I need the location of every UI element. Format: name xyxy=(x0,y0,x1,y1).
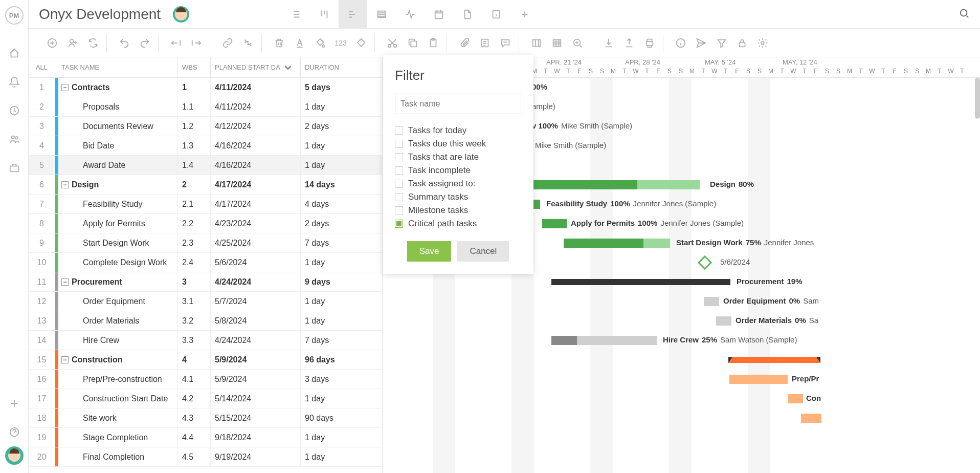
collapse-toggle[interactable]: − xyxy=(61,84,69,91)
task-row[interactable]: 12 Order Equipment 3.1 5/7/2024 1 day xyxy=(29,292,382,311)
undo-icon[interactable] xyxy=(117,36,131,50)
text-style-icon[interactable] xyxy=(293,36,307,50)
view-calendar-icon[interactable] xyxy=(425,0,453,29)
filter-option[interactable]: Tasks for today xyxy=(395,125,521,136)
task-row[interactable]: 13 Order Materials 3.2 5/8/2024 1 day xyxy=(29,311,382,331)
checkbox-icon[interactable] xyxy=(395,220,403,228)
grid-header-wbs[interactable]: WBS xyxy=(178,57,211,77)
task-row[interactable]: 11 −Procurement 3 4/24/2024 9 days xyxy=(29,272,382,292)
task-row[interactable]: 2 Proposals 1.1 4/11/2024 1 day xyxy=(29,97,382,117)
grid-header-name[interactable]: TASK NAME xyxy=(55,57,178,77)
filter-option[interactable]: Summary tasks xyxy=(395,192,521,202)
filter-option[interactable]: Task assigned to: xyxy=(395,179,521,189)
assign-icon[interactable] xyxy=(65,36,80,50)
grid-header-all[interactable]: ALL xyxy=(29,57,55,77)
task-row[interactable]: 16 Prep/Pre-construction 4.1 5/9/2024 3 … xyxy=(29,370,382,389)
task-row[interactable]: 1 −Contracts 1 4/11/2024 5 days xyxy=(29,78,382,97)
notes-icon[interactable] xyxy=(478,36,492,50)
help-icon[interactable] xyxy=(8,426,20,438)
briefcase-icon[interactable] xyxy=(8,162,20,174)
milestone-icon[interactable] xyxy=(354,36,368,50)
checkbox-icon[interactable] xyxy=(395,126,403,135)
view-add-icon[interactable] xyxy=(510,0,539,29)
comment-icon[interactable] xyxy=(498,36,513,50)
search-icon[interactable] xyxy=(959,8,970,21)
bell-icon[interactable] xyxy=(8,76,20,88)
task-row[interactable]: 3 Documents Review 1.2 4/12/2024 2 days xyxy=(29,117,382,136)
view-list-icon[interactable] xyxy=(281,0,310,29)
task-row[interactable]: 7 Feasibility Study 2.1 4/17/2024 4 days xyxy=(29,195,382,214)
cut-icon[interactable] xyxy=(385,36,399,50)
columns-icon[interactable] xyxy=(529,36,544,50)
indent-icon[interactable] xyxy=(189,36,204,50)
task-row[interactable]: 15 −Construction 4 5/9/2024 96 days xyxy=(29,350,382,370)
collapse-toggle[interactable]: − xyxy=(61,181,69,188)
filter-option[interactable]: Critical path tasks xyxy=(395,219,521,229)
task-row[interactable]: 8 Apply for Permits 2.2 4/23/2024 2 days xyxy=(29,214,382,233)
task-row[interactable]: 10 Complete Design Work 2.4 5/6/2024 1 d… xyxy=(29,253,382,272)
project-avatar[interactable] xyxy=(173,6,189,23)
checkbox-icon[interactable] xyxy=(395,206,403,214)
task-row[interactable]: 6 −Design 2 4/17/2024 14 days xyxy=(29,175,382,195)
task-row[interactable]: 19 Stage Completion 4.4 9/18/2024 1 day xyxy=(29,428,382,447)
view-activity-icon[interactable] xyxy=(396,0,425,29)
import-icon[interactable] xyxy=(602,36,616,50)
export-icon[interactable] xyxy=(622,36,636,50)
task-row[interactable]: 4 Bid Date 1.3 4/16/2024 1 day xyxy=(29,136,382,156)
redo-icon[interactable] xyxy=(138,36,152,50)
checkbox-icon[interactable] xyxy=(395,166,403,175)
collapse-toggle[interactable]: − xyxy=(61,278,69,286)
milestone-diamond[interactable] xyxy=(698,255,712,270)
trash-icon[interactable] xyxy=(272,36,286,50)
task-row[interactable]: 17 Construction Start Date 4.2 5/14/2024… xyxy=(29,389,382,408)
settings-icon[interactable] xyxy=(755,36,770,50)
gantt-scrollbar[interactable] xyxy=(975,78,980,473)
fill-icon[interactable] xyxy=(313,36,327,50)
home-icon[interactable] xyxy=(8,47,20,59)
grid-header-duration[interactable]: DURATION xyxy=(301,57,382,77)
clock-icon[interactable] xyxy=(8,104,20,117)
paste-icon[interactable] xyxy=(426,36,440,50)
percent-icon[interactable]: 123 xyxy=(333,36,348,50)
collapse-toggle[interactable]: − xyxy=(61,356,69,363)
checkbox-icon[interactable] xyxy=(395,140,403,148)
unlink-icon[interactable] xyxy=(241,36,255,50)
print-icon[interactable] xyxy=(642,36,657,50)
grid-header-start[interactable]: PLANNED START DA xyxy=(211,57,301,77)
grid-icon[interactable] xyxy=(550,36,564,50)
filter-save-button[interactable]: Save xyxy=(407,241,452,262)
task-row[interactable]: 9 Start Design Work 2.3 4/25/2024 7 days xyxy=(29,233,382,253)
filter-option[interactable]: Tasks due this week xyxy=(395,139,521,149)
filter-taskname-input[interactable] xyxy=(395,94,521,114)
lock-icon[interactable] xyxy=(735,36,749,50)
refresh-icon[interactable] xyxy=(86,36,100,50)
send-icon[interactable] xyxy=(694,36,708,50)
checkbox-icon[interactable] xyxy=(395,180,403,188)
app-logo[interactable]: PM xyxy=(5,6,24,25)
checkbox-icon[interactable] xyxy=(395,193,403,201)
add-icon[interactable] xyxy=(8,397,20,410)
add-task-icon[interactable] xyxy=(45,36,59,50)
view-file-icon[interactable] xyxy=(453,0,482,29)
filter-option[interactable]: Tasks that are late xyxy=(395,152,521,162)
people-icon[interactable] xyxy=(8,133,20,145)
view-gantt-icon[interactable] xyxy=(339,0,367,29)
view-info-icon[interactable] xyxy=(482,0,510,29)
copy-icon[interactable] xyxy=(406,36,420,50)
checkbox-icon[interactable] xyxy=(395,153,403,161)
view-sheet-icon[interactable] xyxy=(367,0,396,29)
link-icon[interactable] xyxy=(220,36,235,50)
zoom-icon[interactable] xyxy=(570,36,585,50)
outdent-icon[interactable] xyxy=(169,36,183,50)
task-row[interactable]: 14 Hire Crew 3.3 4/24/2024 7 days xyxy=(29,331,382,350)
filter-icon[interactable] xyxy=(715,36,729,50)
info-icon[interactable] xyxy=(674,36,688,50)
task-row[interactable]: 18 Site work 4.3 5/15/2024 90 days xyxy=(29,408,382,428)
task-row[interactable]: 5 Award Date 1.4 4/16/2024 1 day xyxy=(29,156,382,175)
filter-option[interactable]: Milestone tasks xyxy=(395,205,521,216)
view-board-icon[interactable] xyxy=(310,0,339,29)
task-row[interactable]: 20 Final Completion 4.5 9/19/2024 1 day xyxy=(29,447,382,467)
filter-cancel-button[interactable]: Cancel xyxy=(457,241,509,262)
user-avatar[interactable] xyxy=(5,446,24,465)
filter-option[interactable]: Task incomplete xyxy=(395,165,521,176)
